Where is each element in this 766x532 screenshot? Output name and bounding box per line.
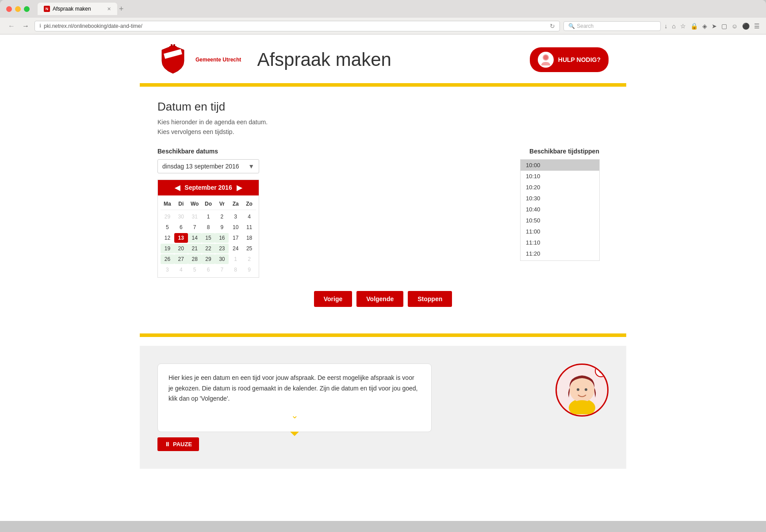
browser-content: Gemeente Utrecht Afspraak maken HULP NOD… xyxy=(0,34,766,521)
day-header: Zo xyxy=(242,200,256,208)
date-section: Beschikbare datums dinsdag 13 september … xyxy=(157,148,494,278)
calendar-day: 5 xyxy=(161,222,174,232)
svg-rect-1 xyxy=(171,44,172,46)
traffic-lights xyxy=(6,6,30,12)
url-text: pki.netrex.nl/onlinebooking/date-and-tim… xyxy=(44,23,547,29)
action-row: Vorige Volgende Stoppen xyxy=(157,291,609,307)
calendar-day: 12 xyxy=(161,233,174,243)
home-icon[interactable]: ⌂ xyxy=(672,23,675,30)
cal-next-icon[interactable]: ▶ xyxy=(237,184,242,192)
forward-button[interactable]: → xyxy=(20,21,31,31)
user-icon[interactable]: ☺ xyxy=(732,23,738,30)
logo-emblem xyxy=(157,43,188,76)
time-slot[interactable]: 10:10 xyxy=(521,171,599,182)
day-header: Wo xyxy=(188,200,202,208)
time-section: Beschikbare tijdstippen 10:0010:1010:201… xyxy=(520,148,609,261)
site-header: Gemeente Utrecht Afspraak maken HULP NOD… xyxy=(140,34,626,76)
close-traffic-light[interactable] xyxy=(6,6,12,12)
back-button[interactable]: ← xyxy=(6,21,17,31)
calendar-day[interactable]: 28 xyxy=(188,254,202,264)
calendar-day[interactable]: 30 xyxy=(215,254,229,264)
url-bar[interactable]: ℹ pki.netrex.nl/onlinebooking/date-and-t… xyxy=(34,21,560,31)
time-slot[interactable]: 11:30 xyxy=(521,259,599,261)
pause-button[interactable]: ⏸ PAUZE xyxy=(157,437,199,451)
calendar-grid: MaDiWoDoVrZaZo 2930311234567891011121314… xyxy=(158,195,259,277)
volgende-button[interactable]: Volgende xyxy=(356,291,403,307)
chevron-down-icon: ⌄ xyxy=(169,408,421,423)
vorige-button[interactable]: Vorige xyxy=(314,291,352,307)
bookmark-icon[interactable]: ☆ xyxy=(680,23,686,30)
time-slot[interactable]: 10:40 xyxy=(521,204,599,215)
calendar: ◀ September 2016 ▶ MaDiWoDoVrZaZo 293031… xyxy=(157,180,259,278)
help-section: Hier kies je een datum en een tijd voor … xyxy=(140,346,626,469)
calendar-day: 30 xyxy=(174,212,188,222)
sound-off-icon: 🔇 xyxy=(599,369,604,373)
shield-icon[interactable]: ◈ xyxy=(702,23,707,30)
new-tab-icon[interactable]: + xyxy=(119,4,124,14)
time-list[interactable]: 10:0010:1010:2010:3010:4010:5011:0011:10… xyxy=(520,159,600,261)
calendar-day: 6 xyxy=(202,265,215,275)
logo-area: Gemeente Utrecht Afspraak maken xyxy=(157,43,391,76)
calendar-week: 12131415161718 xyxy=(161,233,256,243)
calendar-day[interactable]: 19 xyxy=(161,244,174,253)
tab-title: Afspraak maken xyxy=(53,6,91,12)
help-bubble-container: Hier kies je een datum en een tijd voor … xyxy=(157,364,542,451)
calendar-day: 5 xyxy=(188,265,202,275)
refresh-icon[interactable]: ↻ xyxy=(550,23,555,30)
dropdown-arrow-icon: ▼ xyxy=(248,163,254,170)
time-slot[interactable]: 11:10 xyxy=(521,237,599,248)
calendar-day[interactable]: 15 xyxy=(202,233,215,243)
help-bubble: Hier kies je een datum en een tijd voor … xyxy=(157,364,432,432)
maximize-traffic-light[interactable] xyxy=(24,6,30,12)
calendar-day[interactable]: 14 xyxy=(188,233,202,243)
svg-point-8 xyxy=(585,388,587,391)
time-slot[interactable]: 11:00 xyxy=(521,226,599,237)
time-slot[interactable]: 10:20 xyxy=(521,182,599,193)
sound-badge[interactable]: 🔇 xyxy=(595,365,607,377)
calendar-day: 31 xyxy=(188,212,202,222)
extension-icon[interactable]: ▢ xyxy=(721,23,727,30)
calendar-day[interactable]: 22 xyxy=(202,244,215,253)
calendar-day[interactable]: 20 xyxy=(174,244,188,253)
time-slot[interactable]: 11:20 xyxy=(521,248,599,259)
minimize-traffic-light[interactable] xyxy=(15,6,21,12)
calendar-week: 2930311234 xyxy=(161,212,256,222)
time-slot[interactable]: 10:00 xyxy=(521,160,599,171)
search-placeholder: Search xyxy=(577,23,594,29)
calendar-week: 262728293012 xyxy=(161,254,256,264)
hulp-button[interactable]: HULP NODIG? xyxy=(530,47,609,72)
time-slot[interactable]: 10:50 xyxy=(521,215,599,226)
search-icon: 🔍 xyxy=(568,23,575,29)
lock-icon[interactable]: 🔒 xyxy=(690,23,698,30)
svg-rect-2 xyxy=(173,44,175,46)
calendar-day[interactable]: 27 xyxy=(174,254,188,264)
calendar-day: 29 xyxy=(161,212,174,222)
stoppen-button[interactable]: Stoppen xyxy=(408,291,452,307)
tab-close-icon[interactable]: ✕ xyxy=(107,6,111,12)
pause-label: PAUZE xyxy=(173,441,192,448)
selected-date-text: dinsdag 13 september 2016 xyxy=(162,163,239,170)
calendar-day[interactable]: 29 xyxy=(202,254,215,264)
calendar-week: 567891011 xyxy=(161,222,256,232)
calendar-day[interactable]: 13 xyxy=(174,233,188,243)
date-dropdown[interactable]: dinsdag 13 september 2016 ▼ xyxy=(157,159,259,173)
time-slot[interactable]: 10:30 xyxy=(521,193,599,204)
calendar-day[interactable]: 21 xyxy=(188,244,202,253)
color-icon[interactable]: ⚫ xyxy=(742,23,750,30)
day-header: Za xyxy=(229,200,242,208)
calendar-day[interactable]: 16 xyxy=(215,233,229,243)
menu-icon[interactable]: ☰ xyxy=(754,23,760,30)
cal-prev-icon[interactable]: ◀ xyxy=(175,184,180,192)
send-icon[interactable]: ➤ xyxy=(712,23,717,30)
yellow-bar-bottom xyxy=(140,333,626,337)
calendar-day[interactable]: 23 xyxy=(215,244,229,253)
calendar-month-label: September 2016 xyxy=(184,184,232,191)
calendar-day-headers: MaDiWoDoVrZaZo xyxy=(161,198,256,210)
download-icon[interactable]: ↓ xyxy=(664,23,667,30)
day-header: Ma xyxy=(161,200,174,208)
search-bar[interactable]: 🔍 Search xyxy=(563,21,661,31)
calendar-day: 11 xyxy=(242,222,256,232)
browser-tab-active[interactable]: N Afspraak maken ✕ xyxy=(38,3,117,15)
day-header: Do xyxy=(202,200,215,208)
calendar-day[interactable]: 26 xyxy=(161,254,174,264)
